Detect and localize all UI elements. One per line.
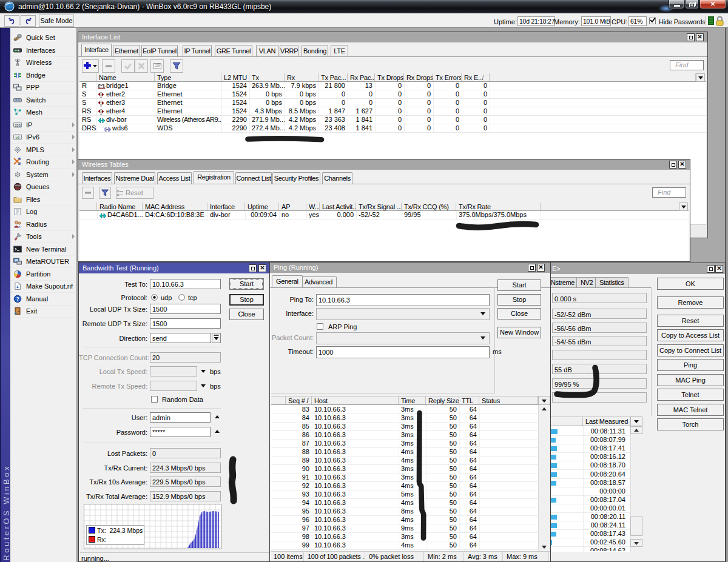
svg-text:255: 255 (15, 123, 21, 127)
svg-text:?: ? (16, 296, 19, 302)
svg-text:v6: v6 (16, 136, 20, 139)
